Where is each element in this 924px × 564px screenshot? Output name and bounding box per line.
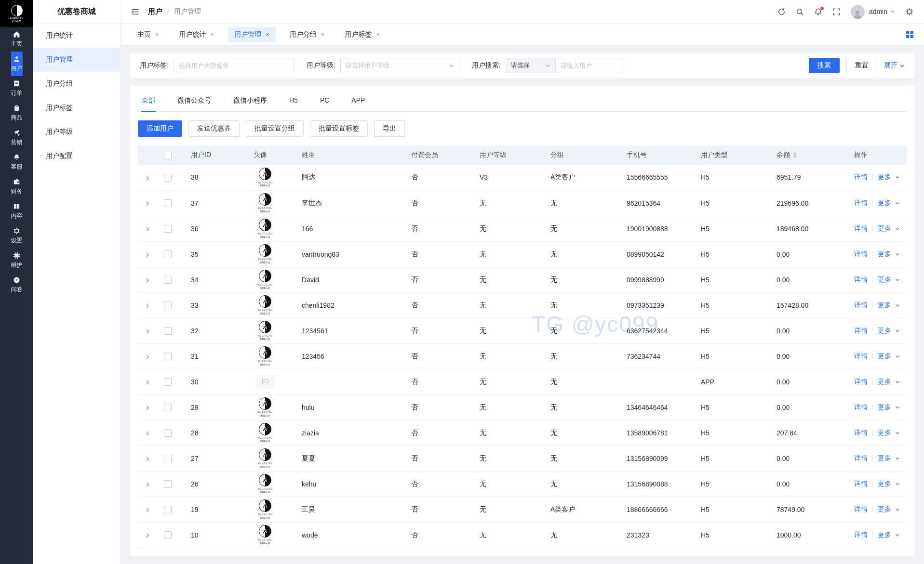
settings-gear-icon[interactable] [905,8,913,16]
row-detail-link[interactable]: 详情 [854,173,868,182]
row-more-link[interactable]: 更多 [878,429,900,437]
close-tab-icon[interactable]: × [376,31,380,38]
sidebar-item-用户标签[interactable]: 用户标签 [33,96,120,120]
row-detail-link[interactable]: 详情 [854,480,868,488]
row-checkbox[interactable] [164,199,172,207]
row-more-link[interactable]: 更多 [878,480,900,488]
expand-row-icon[interactable] [145,533,150,538]
level-filter-select[interactable]: 请选择用户等级 [340,58,459,73]
row-more-link[interactable]: 更多 [878,454,900,463]
action-button-发送优惠券[interactable]: 发送优惠券 [188,120,240,137]
row-more-link[interactable]: 更多 [878,505,900,514]
page-tab-用户管理[interactable]: 用户管理× [228,27,276,42]
row-more-link[interactable]: 更多 [878,301,900,310]
rail-item-service[interactable]: 客服 [11,150,23,174]
tag-filter-input[interactable] [174,58,294,73]
row-more-link[interactable]: 更多 [878,199,900,208]
expand-row-icon[interactable] [145,303,150,309]
close-tab-icon[interactable]: × [155,31,159,38]
action-button-批量设置标签[interactable]: 批量设置标签 [310,120,368,137]
user-menu[interactable]: admin [869,8,895,15]
expand-row-icon[interactable] [145,405,150,411]
row-more-link[interactable]: 更多 [878,173,900,182]
row-more-link[interactable]: 更多 [878,250,900,259]
notification-bell-icon[interactable] [814,8,822,16]
select-all-checkbox[interactable] [164,152,172,159]
row-detail-link[interactable]: 详情 [854,250,868,259]
expand-row-icon[interactable] [145,507,150,513]
breadcrumb-root[interactable]: 用户 [148,7,162,16]
rail-item-content[interactable]: 内容 [11,199,23,223]
row-checkbox[interactable] [164,455,172,462]
row-checkbox[interactable] [164,429,172,437]
row-checkbox[interactable] [164,276,172,284]
row-more-link[interactable]: 更多 [878,403,900,412]
expand-row-icon[interactable] [145,252,150,258]
page-tab-主页[interactable]: 主页× [131,27,165,42]
row-detail-link[interactable]: 详情 [854,454,868,463]
page-tab-用户统计[interactable]: 用户统计× [173,27,221,42]
row-detail-link[interactable]: 详情 [854,275,868,284]
expand-row-icon[interactable] [145,431,150,436]
expand-row-icon[interactable] [145,354,150,360]
user-type-tab-微信公众号[interactable]: 微信公众号 [176,93,212,111]
row-checkbox[interactable] [164,404,172,411]
row-checkbox[interactable] [164,174,172,182]
user-type-tab-PC[interactable]: PC [319,93,330,111]
rail-item-settings[interactable]: 设置 [11,223,23,248]
row-checkbox[interactable] [164,302,172,309]
row-checkbox[interactable] [164,250,172,258]
search-user-input[interactable] [556,58,624,73]
row-checkbox[interactable] [164,480,172,488]
row-checkbox[interactable] [164,506,172,513]
search-icon[interactable] [796,8,804,16]
row-more-link[interactable]: 更多 [878,378,900,386]
row-detail-link[interactable]: 详情 [854,403,868,412]
action-button-批量设置分组[interactable]: 批量设置分组 [246,120,304,137]
row-more-link[interactable]: 更多 [878,224,900,233]
row-detail-link[interactable]: 详情 [854,505,868,514]
row-detail-link[interactable]: 详情 [854,199,868,208]
row-more-link[interactable]: 更多 [878,531,900,539]
expand-row-icon[interactable] [145,175,150,181]
column-header-余额[interactable]: 余额 [764,145,842,165]
sidebar-item-用户等级[interactable]: 用户等级 [33,120,120,144]
expand-row-icon[interactable] [145,226,150,232]
row-detail-link[interactable]: 详情 [854,224,868,233]
expand-row-icon[interactable] [145,277,150,283]
app-logo[interactable]: AMERICANDREAM [0,0,33,27]
row-detail-link[interactable]: 详情 [854,352,868,361]
search-button[interactable]: 搜索 [809,58,840,73]
expand-row-icon[interactable] [145,482,150,487]
page-tab-用户分组[interactable]: 用户分组× [283,27,331,42]
user-avatar[interactable] [851,5,865,19]
action-button-导出[interactable]: 导出 [374,120,405,137]
row-checkbox[interactable] [164,225,172,233]
fullscreen-icon[interactable] [832,8,841,16]
row-checkbox[interactable] [164,378,172,386]
row-detail-link[interactable]: 详情 [854,531,868,539]
expand-filters-link[interactable]: 展开 [884,61,905,70]
rail-item-survey[interactable]: ?问卷 [11,273,23,297]
expand-row-icon[interactable] [145,380,150,385]
row-checkbox[interactable] [164,531,172,539]
rail-item-marketing[interactable]: 营销 [11,125,23,150]
user-type-tab-微信小程序[interactable]: 微信小程序 [232,93,268,111]
row-detail-link[interactable]: 详情 [854,301,868,310]
refresh-icon[interactable] [777,8,786,16]
row-detail-link[interactable]: 详情 [854,378,868,386]
close-tab-icon[interactable]: × [321,31,325,38]
sort-icons[interactable] [793,152,797,158]
user-type-tab-APP[interactable]: APP [350,93,366,111]
row-more-link[interactable]: 更多 [878,352,900,361]
layout-grid-icon[interactable] [906,31,913,38]
rail-item-home[interactable]: 主页 [11,27,23,52]
user-type-tab-H5[interactable]: H5 [288,93,299,111]
sidebar-item-用户统计[interactable]: 用户统计 [33,24,120,48]
rail-item-maintain[interactable]: 维护 [11,248,23,273]
rail-item-user[interactable]: 用户 [11,52,23,76]
row-more-link[interactable]: 更多 [878,327,900,335]
action-button-添加用户[interactable]: 添加用户 [138,120,182,137]
rail-item-finance[interactable]: 财务 [11,174,23,199]
close-tab-icon[interactable]: × [211,31,214,38]
